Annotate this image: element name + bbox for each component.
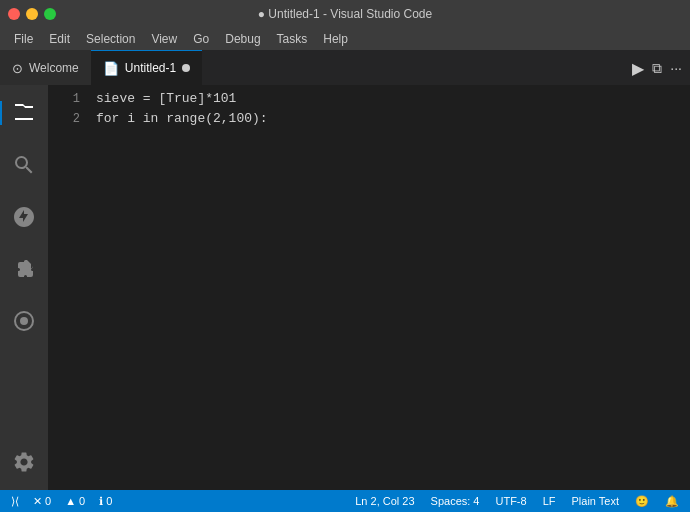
extensions-icon [12,257,36,281]
line-number-2: 2 [48,109,80,129]
run-icon[interactable]: ▶ [632,58,644,77]
activity-item-remote[interactable] [0,297,48,345]
code-line-2: for i in range(2,100): [96,109,682,129]
status-spaces[interactable]: Spaces: 4 [428,495,483,507]
menu-item-debug[interactable]: Debug [219,30,266,48]
position-text: Ln 2, Col 23 [355,495,414,507]
activity-item-search[interactable] [0,141,48,189]
status-errors[interactable]: ✕ 0 [30,495,54,508]
menu-item-selection[interactable]: Selection [80,30,141,48]
code-line-1: sieve = [True]*101 [96,89,682,109]
tab-untitled1[interactable]: 📄 Untitled-1 [91,50,202,85]
close-button[interactable] [8,8,20,20]
title-bar: ● Untitled-1 - Visual Studio Code [0,0,690,28]
files-icon [12,101,36,125]
main-layout: 1 2 sieve = [True]*101 for i in range(2,… [0,85,690,490]
tab-modified-dot [182,64,190,72]
editor-content[interactable]: 1 2 sieve = [True]*101 for i in range(2,… [48,85,690,490]
status-language[interactable]: Plain Text [569,495,623,507]
git-icon [12,205,36,229]
remote-icon [12,309,36,333]
menu-item-tasks[interactable]: Tasks [271,30,314,48]
window-controls[interactable] [8,8,56,20]
status-encoding[interactable]: UTF-8 [492,495,529,507]
error-icon: ✕ [33,495,42,508]
menu-item-edit[interactable]: Edit [43,30,76,48]
status-bar-left: ⟩⟨ ✕ 0 ▲ 0 ℹ 0 [8,495,115,508]
info-count: 0 [106,495,112,507]
line-numbers: 1 2 [48,85,88,490]
remote-indicator-icon: ⟩⟨ [11,495,19,508]
status-warnings[interactable]: ▲ 0 [62,495,88,507]
window-title: ● Untitled-1 - Visual Studio Code [258,7,432,21]
editor-area[interactable]: 1 2 sieve = [True]*101 for i in range(2,… [48,85,690,490]
tab-file-icon: 📄 [103,61,119,76]
warning-count: 0 [79,495,85,507]
code-editor[interactable]: sieve = [True]*101 for i in range(2,100)… [88,85,690,490]
menu-item-help[interactable]: Help [317,30,354,48]
error-count: 0 [45,495,51,507]
search-icon [12,153,36,177]
status-remote[interactable]: ⟩⟨ [8,495,22,508]
status-feedback[interactable]: 🙂 [632,495,652,508]
menu-item-go[interactable]: Go [187,30,215,48]
menu-item-file[interactable]: File [8,30,39,48]
bell-icon: 🔔 [665,495,679,508]
split-editor-icon[interactable]: ⧉ [652,59,662,76]
status-notifications[interactable]: 🔔 [662,495,682,508]
activity-item-extensions[interactable] [0,245,48,293]
feedback-icon: 🙂 [635,495,649,508]
activity-item-settings[interactable] [0,438,48,486]
spaces-text: Spaces: 4 [431,495,480,507]
tab-untitled1-label: Untitled-1 [125,61,176,75]
settings-icon [12,450,36,474]
menu-bar: FileEditSelectionViewGoDebugTasksHelp [0,28,690,50]
activity-item-explorer[interactable] [0,89,48,137]
tab-welcome-label: Welcome [29,61,79,75]
status-info[interactable]: ℹ 0 [96,495,115,508]
eol-text: LF [543,495,556,507]
status-bar-right: Ln 2, Col 23 Spaces: 4 UTF-8 LF Plain Te… [352,495,682,508]
status-eol[interactable]: LF [540,495,559,507]
info-icon: ℹ [99,495,103,508]
minimize-button[interactable] [26,8,38,20]
tab-bar: ⊙ Welcome 📄 Untitled-1 ▶ ⧉ ··· [0,50,690,85]
tab-bar-actions: ▶ ⧉ ··· [632,58,682,77]
activity-item-git[interactable] [0,193,48,241]
status-position[interactable]: Ln 2, Col 23 [352,495,417,507]
menu-item-view[interactable]: View [145,30,183,48]
tab-welcome[interactable]: ⊙ Welcome [0,50,91,85]
svg-point-1 [20,317,28,325]
encoding-text: UTF-8 [495,495,526,507]
warning-icon: ▲ [65,495,76,507]
maximize-button[interactable] [44,8,56,20]
language-text: Plain Text [572,495,620,507]
tab-welcome-icon: ⊙ [12,61,23,76]
line-number-1: 1 [48,89,80,109]
activity-bar [0,85,48,490]
more-actions-icon[interactable]: ··· [670,60,682,76]
status-bar: ⟩⟨ ✕ 0 ▲ 0 ℹ 0 Ln 2, Col 23 Spaces: 4 UT… [0,490,690,512]
